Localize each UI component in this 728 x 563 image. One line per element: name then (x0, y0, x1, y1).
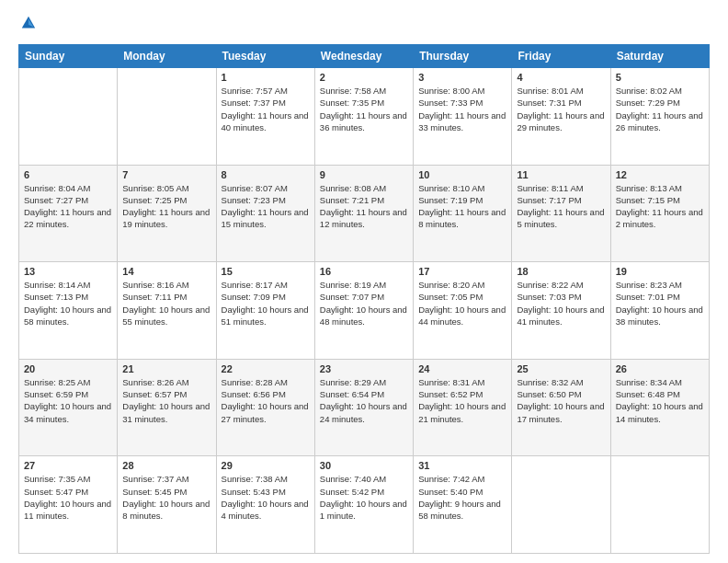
day-cell: 19Sunrise: 8:23 AMSunset: 7:01 PMDayligh… (610, 262, 709, 360)
day-info: Daylight: 11 hours and 33 minutes. (418, 109, 506, 134)
day-info: Sunrise: 8:08 AM (320, 182, 408, 194)
day-info: Sunset: 6:52 PM (418, 388, 506, 400)
day-info: Sunrise: 7:58 AM (320, 85, 408, 97)
day-info: Daylight: 10 hours and 58 minutes. (24, 304, 112, 328)
day-info: Sunrise: 8:13 AM (616, 182, 704, 194)
day-info: Daylight: 10 hours and 48 minutes. (320, 304, 408, 328)
day-info: Sunrise: 8:00 AM (418, 85, 506, 97)
day-number: 15 (222, 266, 310, 277)
day-info: Daylight: 11 hours and 26 minutes. (616, 109, 704, 134)
day-info: Daylight: 10 hours and 55 minutes. (122, 304, 210, 328)
day-number: 22 (222, 363, 310, 374)
day-number: 3 (418, 72, 506, 83)
day-cell: 1Sunrise: 7:57 AMSunset: 7:37 PMDaylight… (216, 68, 314, 166)
day-number: 20 (24, 363, 112, 374)
day-info: Daylight: 10 hours and 14 minutes. (616, 400, 704, 425)
week-row-5: 27Sunrise: 7:35 AMSunset: 5:47 PMDayligh… (19, 456, 710, 554)
day-cell: 27Sunrise: 7:35 AMSunset: 5:47 PMDayligh… (19, 456, 118, 554)
day-info: Sunrise: 8:11 AM (517, 182, 605, 194)
day-info: Daylight: 11 hours and 19 minutes. (122, 206, 210, 231)
weekday-header-row: SundayMondayTuesdayWednesdayThursdayFrid… (19, 45, 710, 68)
day-info: Sunset: 6:57 PM (122, 388, 210, 400)
day-cell: 29Sunrise: 7:38 AMSunset: 5:43 PMDayligh… (216, 456, 314, 554)
day-info: Sunset: 6:48 PM (616, 388, 704, 400)
day-cell (512, 456, 610, 554)
day-info: Sunrise: 8:07 AM (222, 182, 310, 194)
day-number: 8 (222, 169, 310, 180)
day-info: Sunrise: 8:01 AM (517, 85, 605, 97)
day-info: Sunrise: 7:38 AM (222, 473, 310, 485)
day-cell: 3Sunrise: 8:00 AMSunset: 7:33 PMDaylight… (414, 68, 512, 166)
day-info: Sunset: 7:15 PM (616, 194, 704, 206)
day-info: Sunset: 7:31 PM (517, 97, 605, 109)
day-info: Sunset: 7:07 PM (320, 291, 408, 303)
day-number: 4 (517, 72, 605, 83)
day-info: Sunset: 7:23 PM (222, 194, 310, 206)
day-info: Sunrise: 8:32 AM (517, 376, 605, 388)
day-cell: 30Sunrise: 7:40 AMSunset: 5:42 PMDayligh… (314, 456, 413, 554)
day-cell: 2Sunrise: 7:58 AMSunset: 7:35 PMDaylight… (314, 68, 413, 166)
day-number: 19 (616, 266, 704, 277)
day-info: Sunrise: 8:10 AM (418, 182, 506, 194)
day-info: Daylight: 10 hours and 11 minutes. (24, 498, 112, 523)
day-number: 2 (320, 72, 408, 83)
day-info: Daylight: 9 hours and 58 minutes. (418, 498, 506, 523)
day-cell (19, 68, 118, 166)
day-info: Sunrise: 8:17 AM (222, 279, 310, 291)
day-info: Daylight: 10 hours and 8 minutes. (122, 498, 210, 523)
day-cell: 23Sunrise: 8:29 AMSunset: 6:54 PMDayligh… (314, 359, 413, 456)
day-info: Sunrise: 8:28 AM (222, 376, 310, 388)
weekday-sunday: Sunday (19, 45, 118, 68)
day-number: 14 (122, 266, 210, 277)
day-info: Sunset: 7:37 PM (222, 97, 310, 109)
day-cell: 20Sunrise: 8:25 AMSunset: 6:59 PMDayligh… (19, 359, 118, 456)
day-info: Sunrise: 8:26 AM (122, 376, 210, 388)
day-cell: 14Sunrise: 8:16 AMSunset: 7:11 PMDayligh… (118, 262, 216, 360)
day-info: Daylight: 11 hours and 40 minutes. (222, 109, 310, 134)
day-info: Sunrise: 8:25 AM (24, 376, 112, 388)
day-number: 23 (320, 363, 408, 374)
day-cell: 4Sunrise: 8:01 AMSunset: 7:31 PMDaylight… (512, 68, 610, 166)
day-info: Daylight: 11 hours and 5 minutes. (517, 206, 605, 231)
day-number: 27 (24, 460, 112, 471)
day-info: Sunrise: 8:22 AM (517, 279, 605, 291)
day-number: 24 (418, 363, 506, 374)
day-number: 21 (122, 363, 210, 374)
day-cell: 26Sunrise: 8:34 AMSunset: 6:48 PMDayligh… (610, 359, 709, 456)
day-info: Sunrise: 8:29 AM (320, 376, 408, 388)
day-info: Sunset: 7:17 PM (517, 194, 605, 206)
day-info: Daylight: 11 hours and 2 minutes. (616, 206, 704, 231)
day-cell (610, 456, 709, 554)
page: SundayMondayTuesdayWednesdayThursdayFrid… (0, 0, 728, 563)
day-info: Daylight: 11 hours and 8 minutes. (418, 206, 506, 231)
day-number: 10 (418, 169, 506, 180)
day-number: 6 (24, 169, 112, 180)
day-info: Sunset: 7:01 PM (616, 291, 704, 303)
day-cell: 15Sunrise: 8:17 AMSunset: 7:09 PMDayligh… (216, 262, 314, 360)
day-info: Sunrise: 7:40 AM (320, 473, 408, 485)
day-info: Sunset: 7:11 PM (122, 291, 210, 303)
day-cell: 12Sunrise: 8:13 AMSunset: 7:15 PMDayligh… (610, 165, 709, 262)
day-info: Sunset: 5:45 PM (122, 486, 210, 498)
day-info: Daylight: 11 hours and 29 minutes. (517, 109, 605, 134)
day-number: 1 (222, 72, 310, 83)
day-cell: 9Sunrise: 8:08 AMSunset: 7:21 PMDaylight… (314, 165, 413, 262)
day-number: 9 (320, 169, 408, 180)
day-cell: 7Sunrise: 8:05 AMSunset: 7:25 PMDaylight… (118, 165, 216, 262)
day-info: Daylight: 10 hours and 34 minutes. (24, 400, 112, 425)
day-info: Daylight: 10 hours and 31 minutes. (122, 400, 210, 425)
day-info: Sunrise: 8:05 AM (122, 182, 210, 194)
day-info: Daylight: 10 hours and 4 minutes. (222, 498, 310, 523)
day-info: Sunrise: 8:31 AM (418, 376, 506, 388)
day-number: 12 (616, 169, 704, 180)
week-row-2: 6Sunrise: 8:04 AMSunset: 7:27 PMDaylight… (19, 165, 710, 262)
day-cell: 11Sunrise: 8:11 AMSunset: 7:17 PMDayligh… (512, 165, 610, 262)
day-info: Sunrise: 8:20 AM (418, 279, 506, 291)
day-cell: 31Sunrise: 7:42 AMSunset: 5:40 PMDayligh… (414, 456, 512, 554)
day-info: Sunset: 7:03 PM (517, 291, 605, 303)
day-info: Daylight: 10 hours and 38 minutes. (616, 304, 704, 328)
day-number: 5 (616, 72, 704, 83)
logo (18, 15, 39, 35)
day-info: Sunset: 5:40 PM (418, 486, 506, 498)
day-cell: 8Sunrise: 8:07 AMSunset: 7:23 PMDaylight… (216, 165, 314, 262)
